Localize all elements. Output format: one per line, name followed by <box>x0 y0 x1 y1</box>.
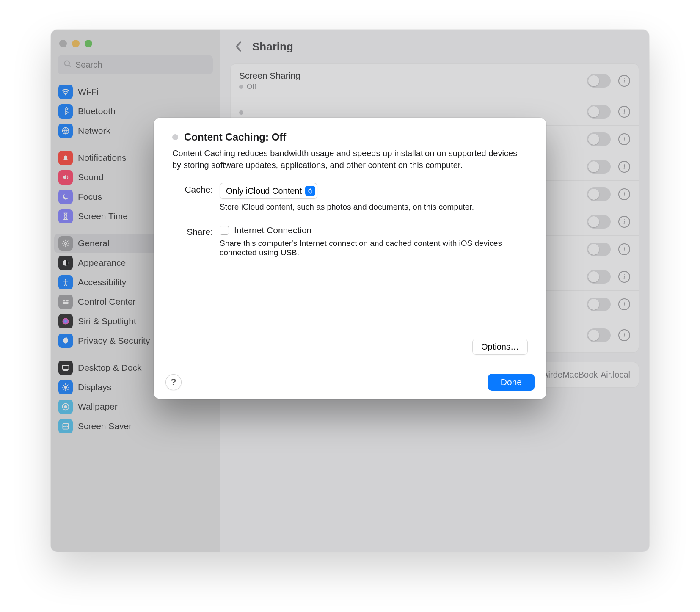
cache-helper: Store iCloud content, such as photos and… <box>220 202 528 212</box>
cache-label: Cache: <box>172 183 213 195</box>
content-caching-sheet: Content Caching: Off Content Caching red… <box>154 118 546 399</box>
share-label: Share: <box>172 225 213 237</box>
done-button[interactable]: Done <box>488 374 535 391</box>
share-internet-checkbox[interactable] <box>220 226 229 235</box>
share-option-label: Internet Connection <box>234 225 311 235</box>
options-button[interactable]: Options… <box>472 339 528 355</box>
sheet-title: Content Caching: Off <box>184 131 286 143</box>
sheet-footer: ? Done <box>154 365 546 399</box>
chevron-up-down-icon <box>305 186 315 196</box>
cache-select-value: Only iCloud Content <box>226 186 302 196</box>
help-button[interactable]: ? <box>165 374 182 390</box>
sheet-title-row: Content Caching: Off <box>172 131 528 143</box>
status-dot-icon <box>172 134 178 140</box>
sheet-description: Content Caching reduces bandwidth usage … <box>172 147 528 171</box>
share-helper: Share this computer's Internet connectio… <box>220 239 528 257</box>
cache-select[interactable]: Only iCloud Content <box>220 183 317 199</box>
